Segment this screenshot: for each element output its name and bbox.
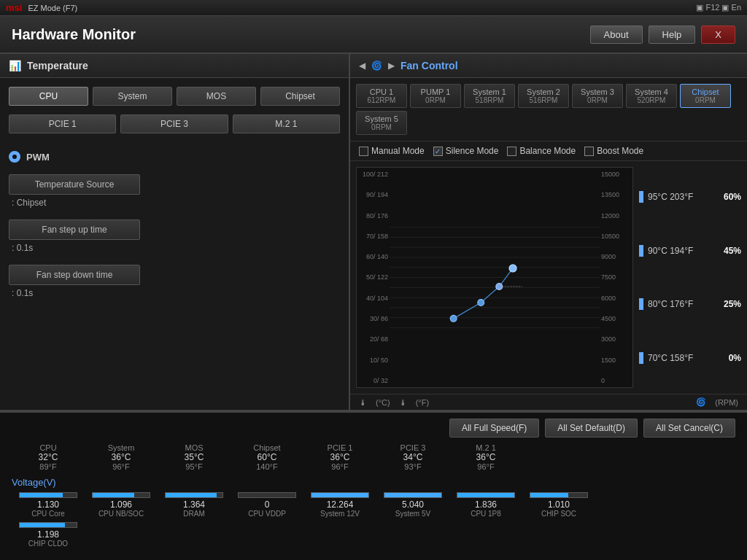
chart-point-4[interactable] bbox=[509, 265, 516, 272]
voltage-cpu1p8-bar bbox=[457, 493, 514, 497]
help-button[interactable]: Help bbox=[649, 26, 696, 44]
fan-rpm-icon: 🌀 bbox=[696, 397, 706, 407]
threshold-80: 80°C 176°F 25% bbox=[639, 298, 741, 310]
fan-tab-sys1[interactable]: System 1 518RPM bbox=[464, 84, 515, 108]
arrow-right-icon: ▶ bbox=[388, 61, 395, 71]
fan-tab-pump1[interactable]: PUMP 1 0RPM bbox=[410, 84, 461, 108]
radio-indicator bbox=[9, 151, 20, 163]
threshold-80-temp: 80°C 176°F bbox=[648, 299, 693, 309]
y-label-right-4500: 4500 bbox=[600, 315, 632, 322]
threshold-70-pct: 0% bbox=[729, 353, 741, 363]
voltage-cpu1p8-name: CPU 1P8 bbox=[471, 510, 501, 518]
arrow-left-icon: ◀ bbox=[359, 61, 365, 71]
title-bar-buttons: About Help X bbox=[590, 26, 735, 44]
fan-tab-cpu1[interactable]: CPU 1 612RPM bbox=[356, 84, 407, 108]
balance-mode-item[interactable]: Balance Mode bbox=[507, 146, 576, 156]
y-label-60: 60/ 140 bbox=[357, 253, 390, 260]
manual-mode-item[interactable]: Manual Mode bbox=[359, 146, 425, 156]
voltage-chip-cldo-name: CHIP CLDO bbox=[28, 540, 68, 548]
fan-tab-sys3[interactable]: System 3 0RPM bbox=[572, 84, 623, 108]
balance-mode-checkbox[interactable] bbox=[507, 147, 516, 156]
boost-mode-checkbox[interactable] bbox=[584, 147, 594, 156]
y-label-right-3000: 3000 bbox=[600, 335, 632, 343]
sensor-system-button[interactable]: System bbox=[93, 87, 172, 106]
fan-tab-sys2[interactable]: System 2 516RPM bbox=[518, 84, 569, 108]
fan-tab-sys5-rpm: 0RPM bbox=[364, 123, 399, 131]
fan-tab-sys5[interactable]: System 5 0RPM bbox=[356, 111, 407, 135]
window-title: Hardware Monitor bbox=[12, 26, 136, 43]
sensor-mos-button[interactable]: MOS bbox=[177, 87, 256, 106]
voltage-cpu1p8: 1.836 CPU 1P8 bbox=[449, 492, 522, 518]
sensor-cpu-button[interactable]: CPU bbox=[9, 87, 88, 106]
boost-mode-item[interactable]: Boost Mode bbox=[584, 146, 643, 156]
top-bar-left: msi EZ Mode (F7) bbox=[6, 2, 77, 13]
voltage-cpu1p8-val: 1.836 bbox=[475, 499, 497, 510]
y-label-40: 40/ 104 bbox=[357, 295, 390, 302]
temp-icon: 📊 bbox=[9, 60, 21, 71]
fan-step-up-button[interactable]: Fan step up time bbox=[9, 219, 140, 240]
sensor-pcie1-button[interactable]: PCIE 1 bbox=[9, 114, 116, 133]
temp-pcie3-c: 34°C bbox=[403, 452, 423, 462]
voltage-cpu-core-bar-container bbox=[19, 492, 77, 498]
y-label-30: 30/ 86 bbox=[357, 315, 390, 322]
voltage-sys5v: 5.040 System 5V bbox=[376, 492, 449, 518]
fan-tab-pump1-rpm: 0RPM bbox=[418, 96, 453, 104]
all-set-cancel-button[interactable]: All Set Cancel(C) bbox=[643, 419, 735, 438]
sensor-chipset-button[interactable]: Chipset bbox=[260, 87, 340, 106]
all-full-speed-button[interactable]: All Full Speed(F) bbox=[449, 419, 539, 438]
chart-point-3[interactable] bbox=[496, 284, 503, 290]
manual-mode-checkbox[interactable] bbox=[359, 147, 368, 156]
threshold-bar-90 bbox=[639, 245, 643, 257]
fan-control-label: Fan Control bbox=[400, 60, 458, 71]
temp-pcie3-name: PCIE 3 bbox=[400, 443, 426, 452]
fan-step-down-group: Fan step down time : 0.1s bbox=[9, 265, 340, 298]
fan-step-down-button[interactable]: Fan step down time bbox=[9, 265, 140, 285]
temp-mos-c: 35°C bbox=[185, 452, 204, 462]
fan-tab-chipset-label: Chipset bbox=[688, 88, 723, 96]
about-button[interactable]: About bbox=[590, 26, 643, 44]
threshold-bar-95 bbox=[639, 191, 643, 203]
pwm-radio[interactable]: PWM bbox=[9, 151, 340, 163]
close-button[interactable]: X bbox=[701, 26, 735, 44]
sensor-pcie3-button[interactable]: PCIE 3 bbox=[120, 114, 228, 133]
top-bar: msi EZ Mode (F7) ▣ F12 ▣ En bbox=[0, 0, 747, 16]
voltage-dram: 1.364 DRAM bbox=[158, 492, 231, 518]
threshold-95: 95°C 203°F 60% bbox=[639, 191, 741, 203]
voltage-cpu-nb-bar bbox=[93, 493, 134, 497]
temp-mos-f: 95°F bbox=[185, 462, 202, 471]
chart-svg[interactable] bbox=[390, 171, 600, 384]
fan-tab-sys4[interactable]: System 4 520RPM bbox=[626, 84, 677, 108]
y-label-right-12000: 12000 bbox=[600, 212, 632, 219]
silence-mode-item[interactable]: Silence Mode bbox=[433, 146, 499, 156]
boost-mode-label: Boost Mode bbox=[597, 146, 643, 156]
voltage-readings: 1.130 CPU Core 1.096 CPU NB/SOC 1.364 DR… bbox=[12, 492, 735, 518]
y-label-right-13500: 13500 bbox=[600, 191, 632, 198]
temp-source-group: Temperature Source : Chipset bbox=[9, 174, 340, 208]
sensor-buttons-row1: CPU System MOS Chipset bbox=[0, 78, 349, 114]
temp-mos: MOS 35°C 95°F bbox=[158, 443, 231, 471]
fan-chart-area: 100/ 212 90/ 194 80/ 176 70/ 158 60/ 140… bbox=[350, 161, 747, 394]
voltage-sys12v-bar bbox=[311, 493, 368, 497]
silence-mode-label: Silence Mode bbox=[446, 146, 499, 156]
action-buttons: All Full Speed(F) All Set Default(D) All… bbox=[12, 419, 735, 438]
fan-tab-sys3-rpm: 0RPM bbox=[580, 96, 615, 104]
manual-mode-label: Manual Mode bbox=[371, 146, 425, 156]
silence-mode-checkbox[interactable] bbox=[433, 147, 443, 156]
chart-point-2[interactable] bbox=[478, 300, 484, 306]
voltage-dram-bar bbox=[166, 493, 217, 497]
voltage-chip-soc: 1.010 CHIP SOC bbox=[522, 492, 595, 518]
y-labels-right: 15000 13500 12000 10500 9000 7500 6000 4… bbox=[600, 168, 632, 387]
fan-tab-chipset[interactable]: Chipset 0RPM bbox=[680, 84, 731, 108]
temp-pcie1-c: 36°C bbox=[330, 452, 350, 462]
sensor-m21-button[interactable]: M.2 1 bbox=[233, 114, 340, 133]
y-label-right-6000: 6000 bbox=[600, 295, 632, 302]
voltage-chip-soc-bar bbox=[530, 493, 568, 497]
voltage-sys12v-name: System 12V bbox=[320, 510, 360, 518]
fan-chart[interactable]: 100/ 212 90/ 194 80/ 176 70/ 158 60/ 140… bbox=[356, 167, 633, 388]
voltage-cpu-nb-val: 1.096 bbox=[110, 499, 132, 510]
all-set-default-button[interactable]: All Set Default(D) bbox=[545, 419, 638, 438]
temp-source-button[interactable]: Temperature Source bbox=[9, 174, 140, 195]
celsius-label: (°C) bbox=[376, 398, 390, 407]
chart-point-1[interactable] bbox=[450, 315, 457, 322]
temp-pcie1: PCIE 1 36°C 96°F bbox=[303, 443, 376, 471]
